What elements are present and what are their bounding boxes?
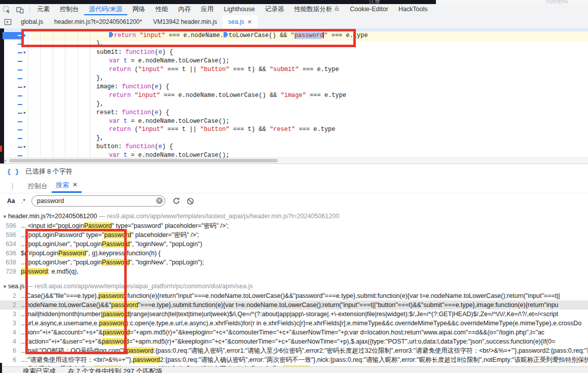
code-line[interactable]: }, [0,134,588,143]
panel-tab-源代码/来源[interactable]: 源代码/来源 [84,4,128,15]
match-highlight: Password [84,222,112,229]
panel-tab-控制台[interactable]: 控制台 [55,4,84,15]
code-line[interactable]: var t = e.nodeName.toLowerCase(); [0,151,588,160]
result-text-fragment: ...mail|hidden|month|number| [21,311,102,318]
code-line[interactable]: }, [0,100,588,109]
result-text-fragment: ", g).keypress(function(h) { [86,250,161,257]
code-token: }, [96,100,103,108]
result-row[interactable]: 636$("#popLoginPassword", g).keypress(fu… [0,249,588,258]
collapse-arrow-icon[interactable]: ▼ [3,284,7,289]
inspect-element-icon[interactable] [0,5,13,15]
result-line-number: 634 [0,240,16,249]
code-text: return "input" === e.nodeName.toLowerCas… [109,31,368,40]
search-input[interactable] [36,196,152,206]
code-line[interactable]: ▼button: function(e) { [0,143,588,151]
code-text: var t = e.nodeName.toLowerCase(); [109,117,230,126]
result-row[interactable]: 728password: e.md5(q), [0,267,588,276]
code-text: return "input" === e.nodeName.toLowerCas… [109,91,346,100]
result-row[interactable]: 596..."popLoginPassword" type="password"… [0,230,588,240]
line-gutter-dash[interactable] [18,121,22,122]
result-row[interactable]: 638..."popLoginUser", "popLoginPassword"… [0,258,588,267]
line-gutter-dash[interactable] [18,155,22,156]
inline-breakpoint-icon[interactable] [224,32,228,38]
panel-tab-Cookie-Editor[interactable]: Cookie-Editor [345,4,393,15]
result-line-text: ...tion="+i+"&account="+s+"&password="+a… [21,328,544,337]
panel-tab-元素[interactable]: 元素 [32,4,55,15]
code-line[interactable]: return "input" === e.nodeName.toLowerCas… [0,31,588,40]
line-gutter-dash[interactable] [18,87,22,88]
device-toolbar-icon[interactable] [13,5,26,15]
panel-tab-性能数据分析[interactable]: 性能数据分析 [289,4,345,15]
fold-arrow-icon[interactable]: ▼ [23,83,26,91]
panel-tab-网络[interactable]: 网络 [127,4,150,15]
result-text-fragment: ="+apm.md5(r)+"&keeplogin="+c+"&comouter… [129,338,555,345]
fold-arrow-icon[interactable]: ▼ [23,48,26,57]
line-gutter-dash[interactable] [18,44,22,45]
file-tab-global.js[interactable]: global.js [15,15,49,28]
code-line[interactable]: ▼reset: function(e) { [0,109,588,117]
result-row[interactable]: 6...:"请避免使用这些字符：<br/>&%=+'"},password2:{… [0,355,588,364]
file-tab-VM13942 header.min.js[interactable]: VM13942 header.min.js [148,15,223,28]
collapse-arrow-icon[interactable]: ▼ [3,214,7,219]
code-token: === e.type [295,126,335,133]
search-complete-text: 搜索已完成 [23,367,56,373]
result-row[interactable]: 3...url,e.async,e.username,e.password):c… [0,319,588,328]
fold-arrow-icon[interactable]: ▼ [23,109,26,117]
clear-results-icon[interactable] [187,197,194,205]
tab-search[interactable]: 搜索 ✕ [52,179,82,193]
code-line[interactable]: return ("input" === t || "button" === t)… [0,125,588,134]
result-row[interactable]: 2...nodeName.toLowerCase()&&"password"==… [0,300,588,310]
drawer-menu-icon[interactable]: ⋮ [9,182,16,190]
clear-input-icon[interactable]: ✕ [156,197,163,204]
code-token: }, [96,40,103,47]
result-file-header[interactable]: ▼header.min.js?t=202405061200 — res9.aip… [0,211,588,221]
code-line[interactable]: return ("input" === t || "button" === t)… [0,65,588,74]
result-row[interactable]: 596... <input id="popLoginPassword" type… [0,221,588,230]
code-line[interactable]: ▼submit: function(e) { [0,48,588,57]
result-row[interactable]: 6...mail:"QQ邮箱：QQ号码@qq.com"},password:{p… [0,346,588,355]
result-file-header[interactable]: ▼sea.js — res9.aipai.com/app/www/templat… [0,281,588,291]
show-navigator-icon[interactable] [0,15,15,28]
panel-tab-应用[interactable]: 应用 [196,4,218,15]
result-row[interactable]: 3...mail|hidden|month|number|password|ra… [0,310,588,319]
code-token: === e.type [306,92,346,99]
inline-breakpoint-icon[interactable] [109,32,114,38]
fold-arrow-icon[interactable]: ▼ [23,143,26,151]
match-case-toggle[interactable]: Aa [7,197,15,205]
code-line[interactable]: var t = e.nodeName.toLowerCase(); [0,57,588,65]
panel-tab-Lighthouse[interactable]: Lighthouse [218,4,260,15]
panel-tab-HackTools[interactable]: HackTools [393,4,433,15]
line-gutter-dash[interactable] [18,70,22,71]
code-line[interactable]: return "input" === e.nodeName.toLowerCas… [0,91,588,100]
line-gutter-dash[interactable] [18,52,22,53]
line-gutter-dash[interactable] [18,138,22,139]
line-gutter-dash[interactable] [18,147,22,148]
line-gutter-dash[interactable] [18,95,22,96]
result-row[interactable]: 634..."popLoginUser", "popLoginPassword"… [0,240,588,249]
file-tab-close-icon[interactable]: ✕ [247,16,252,28]
line-gutter-dash[interactable] [18,104,22,105]
code-token: = e.nodeName.toLowerCase(); [127,118,230,125]
code-line[interactable]: var t = e.nodeName.toLowerCase(); [0,117,588,126]
file-tab-header.min.js?t=202405061200*[interactable]: header.min.js?t=202405061200* [49,15,148,28]
code-line[interactable]: ▼image: function(e) { [0,83,588,91]
line-gutter-dash[interactable] [18,61,22,62]
refresh-search-icon[interactable] [172,197,180,205]
file-tab-sea.js[interactable]: sea.js✕ [223,15,258,28]
code-line[interactable]: }, [0,74,588,83]
code-line[interactable]: }, [0,40,588,48]
result-row[interactable]: 2...Case()&&"file"===e.type},password:fu… [0,291,588,300]
result-row[interactable]: 4...tion="+i+"&account="+s+"&password="+… [0,328,588,337]
line-gutter-dash[interactable] [18,129,22,130]
panel-tab-记录器[interactable]: 记录器 [260,4,289,15]
regex-toggle[interactable]: .* [21,198,25,204]
panel-tab-内存[interactable]: 内存 [173,4,196,15]
line-gutter-dash[interactable] [18,78,22,79]
panel-tab-性能[interactable]: 性能 [150,4,173,15]
code-editor[interactable]: ◂ return "input" === e.nodeName.toLowerC… [0,28,588,163]
pretty-print-icon[interactable]: { } [7,168,19,176]
result-row[interactable]: 4..."action="+i+"&user="+s+"&password="+… [0,337,588,346]
tab-console[interactable]: 控制台 [24,179,52,193]
line-gutter-dash[interactable] [18,113,22,114]
tab-search-close-icon[interactable]: ✕ [72,178,78,192]
